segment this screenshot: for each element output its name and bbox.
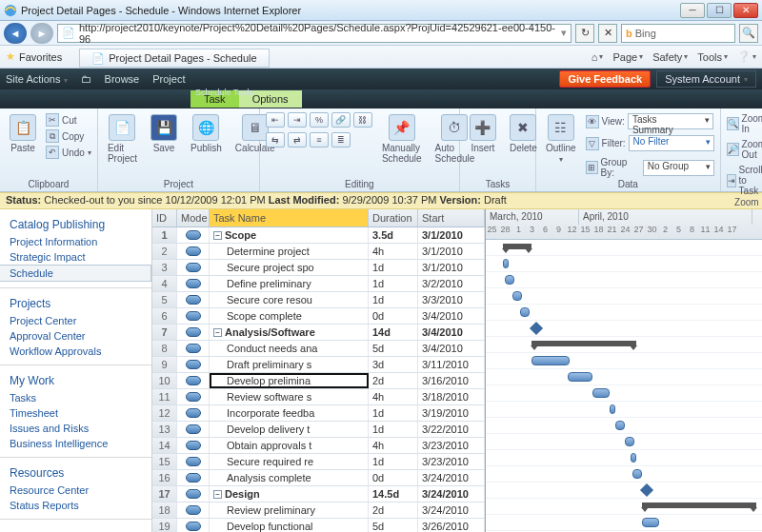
gantt-bar[interactable] <box>632 469 642 479</box>
cell-duration[interactable]: 1d <box>369 405 418 421</box>
cell-name[interactable]: Conduct needs ana <box>210 341 369 356</box>
summary-bar[interactable] <box>503 244 531 249</box>
ql-item[interactable]: Issues and Risks <box>0 421 151 436</box>
cell-start[interactable]: 3/18/2010 <box>418 389 485 404</box>
back-button[interactable]: ◄ <box>4 23 27 44</box>
col-start[interactable]: Start <box>418 209 485 227</box>
table-row[interactable]: 10Develop prelimina2d3/16/2010 <box>152 373 485 389</box>
outline-button[interactable]: ☷Outline▾ <box>542 112 580 166</box>
search-go-button[interactable]: 🔍 <box>739 24 758 43</box>
publish-button[interactable]: 🌐Publish <box>187 112 226 155</box>
milestone-icon[interactable] <box>640 483 653 497</box>
gantt-bar[interactable] <box>610 404 615 414</box>
cell-start[interactable]: 3/26/2010 <box>418 519 485 532</box>
cell-duration[interactable]: 3.5d <box>369 227 418 243</box>
table-row[interactable]: 13Develop delivery t1d3/22/2010 <box>152 422 485 438</box>
cell-duration[interactable]: 0d <box>369 308 418 324</box>
paste-button[interactable]: 📋Paste <box>6 112 40 155</box>
gantt-bar[interactable] <box>642 518 659 527</box>
cell-name[interactable]: Secure required re <box>210 454 369 469</box>
browse-tab[interactable]: Browse <box>105 73 140 85</box>
cell-duration[interactable]: 14d <box>369 325 418 340</box>
gantt-bar[interactable] <box>631 453 636 463</box>
ql-item[interactable]: Business Intelligence <box>0 436 151 451</box>
ql-heading[interactable]: Resources <box>0 463 151 483</box>
cell-start[interactable]: 3/2/2010 <box>418 276 485 291</box>
cell-name[interactable]: Determine project <box>210 244 369 259</box>
table-row[interactable]: 19Develop functional5d3/26/2010 <box>152 519 485 532</box>
cell-duration[interactable]: 2d <box>369 502 418 518</box>
cell-start[interactable]: 3/11/2010 <box>418 357 485 372</box>
ql-item[interactable]: Strategic Impact <box>0 249 151 265</box>
ql-item[interactable]: Status Reports <box>0 498 151 513</box>
edit-project-button[interactable]: 📄Edit Project <box>104 112 141 166</box>
close-button[interactable]: ✕ <box>733 3 758 18</box>
give-feedback-button[interactable]: Give Feedback <box>559 70 651 88</box>
ql-item[interactable]: Tasks <box>0 390 151 405</box>
group-dropdown[interactable]: No Group <box>643 160 714 176</box>
cell-name[interactable]: Scope complete <box>210 308 369 324</box>
cell-duration[interactable]: 4h <box>369 438 418 453</box>
ql-item[interactable]: Resource Center <box>0 483 151 498</box>
col-duration[interactable]: Duration <box>369 209 418 227</box>
stop-button[interactable]: ✕ <box>598 24 617 43</box>
table-row[interactable]: 9Draft preliminary s3d3/11/2010 <box>152 357 485 373</box>
cell-duration[interactable]: 0d <box>369 470 418 485</box>
col-mode[interactable]: Mode <box>177 209 210 227</box>
home-button[interactable]: ⌂▾ <box>592 50 604 63</box>
ql-item[interactable]: Project Center <box>0 313 151 328</box>
cell-name[interactable]: −Design <box>210 486 369 502</box>
cell-duration[interactable]: 5d <box>369 519 418 532</box>
cell-start[interactable]: 3/24/2010 <box>418 502 485 518</box>
gantt-bar[interactable] <box>512 291 522 301</box>
gantt-bar[interactable] <box>503 259 509 268</box>
ql-heading[interactable]: My Work <box>0 371 151 390</box>
zoom-out-button[interactable]: 🔎Zoom Out <box>727 138 762 161</box>
cell-name[interactable]: −Analysis/Software <box>210 325 369 340</box>
safety-menu[interactable]: Safety▾ <box>652 50 688 63</box>
save-button[interactable]: 💾Save <box>147 112 181 155</box>
cell-start[interactable]: 3/1/2010 <box>418 260 485 275</box>
scroll-to-task-button[interactable]: ⇥Scroll to Task <box>727 164 762 197</box>
minimize-button[interactable]: ─ <box>680 3 705 18</box>
table-row[interactable]: 3Secure project spo1d3/1/2010 <box>152 260 485 276</box>
site-actions-menu[interactable]: Site Actions ▾ <box>6 73 68 85</box>
gantt-bar[interactable] <box>505 275 514 285</box>
cell-start[interactable]: 3/4/2010 <box>418 341 485 356</box>
table-row[interactable]: 15Secure required re1d3/23/2010 <box>152 454 485 470</box>
ql-item[interactable]: Approval Center <box>0 328 151 344</box>
cell-duration[interactable]: 1d <box>369 292 418 307</box>
tools-menu[interactable]: Tools▾ <box>697 50 728 63</box>
forward-button[interactable]: ► <box>30 23 53 44</box>
cell-name[interactable]: Obtain approvals t <box>210 438 369 453</box>
ql-item[interactable]: Schedule <box>0 265 151 282</box>
table-row[interactable]: 1−Scope3.5d3/1/2010 <box>152 227 485 244</box>
ql-heading[interactable]: Catalog Publishing <box>0 215 151 234</box>
table-row[interactable]: 2Determine project4h3/1/2010 <box>152 244 485 260</box>
cell-start[interactable]: 3/3/2010 <box>418 292 485 307</box>
cell-name[interactable]: Develop prelimina <box>210 373 369 388</box>
cell-start[interactable]: 3/24/2010 <box>418 486 485 502</box>
gantt-bar[interactable] <box>531 356 570 365</box>
cell-name[interactable]: −Scope <box>210 227 369 243</box>
cell-name[interactable]: Secure project spo <box>210 260 369 275</box>
view-dropdown[interactable]: Tasks Summary <box>628 113 713 129</box>
cell-start[interactable]: 3/19/2010 <box>418 405 485 421</box>
table-row[interactable]: 8Conduct needs ana5d3/4/2010 <box>152 341 485 357</box>
cell-duration[interactable]: 5d <box>369 341 418 356</box>
gantt-bar[interactable] <box>592 388 610 398</box>
table-row[interactable]: 12Incorporate feedba1d3/19/2010 <box>152 405 485 422</box>
collapse-icon[interactable]: − <box>213 490 222 499</box>
table-row[interactable]: 5Secure core resou1d3/3/2010 <box>152 292 485 308</box>
summary-bar[interactable] <box>642 502 756 508</box>
help-button[interactable]: ❔▾ <box>737 50 756 63</box>
table-row[interactable]: 18Review preliminary2d3/24/2010 <box>152 502 485 519</box>
gantt-bar[interactable] <box>625 437 634 446</box>
ql-item[interactable]: Project Information <box>0 234 151 249</box>
cell-name[interactable]: Define preliminary <box>210 276 369 291</box>
col-task-name[interactable]: Task Name <box>210 209 369 227</box>
manually-schedule-button[interactable]: 📌Manually Schedule <box>378 112 426 166</box>
cell-duration[interactable]: 14.5d <box>369 486 418 502</box>
cell-name[interactable]: Incorporate feedba <box>210 405 369 421</box>
refresh-button[interactable]: ↻ <box>575 24 594 43</box>
